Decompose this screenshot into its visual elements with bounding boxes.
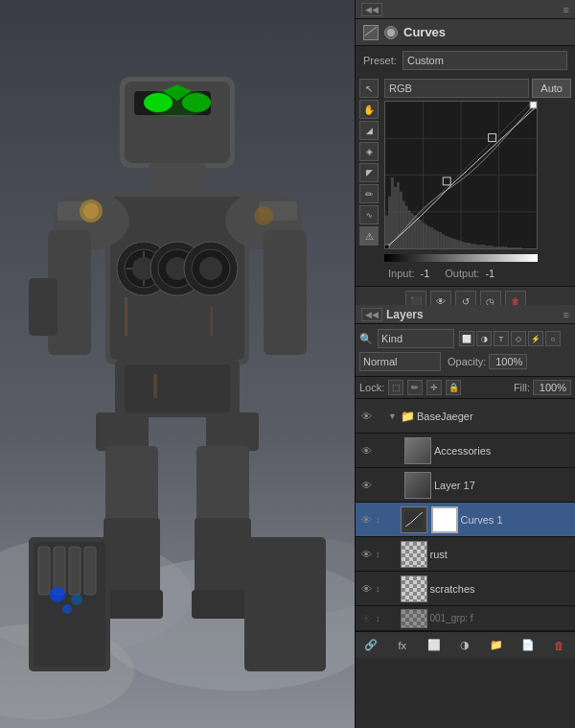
- layer-link-rust-indicator: ↕: [376, 550, 380, 559]
- svg-point-57: [50, 587, 65, 602]
- fill-label: Fill:: [514, 382, 530, 393]
- input-output-row: Input: -1 Output: -1: [384, 265, 571, 282]
- preset-dropdown[interactable]: Custom Default Strong Contrast Linear Co…: [402, 51, 567, 70]
- layers-header: ◀◀ Layers ≡: [356, 305, 575, 324]
- layer-link-scratches-indicator: ↕: [376, 584, 380, 594]
- new-layer-btn[interactable]: 📄: [518, 636, 538, 655]
- layer-item-scratches[interactable]: 👁 ↕ scratches: [356, 572, 575, 606]
- svg-rect-69: [388, 197, 391, 248]
- layer-thumb-scratches: [401, 575, 427, 602]
- group-arrow-basejaeger[interactable]: ▼: [388, 411, 397, 421]
- svg-rect-101: [479, 245, 482, 248]
- add-mask-btn[interactable]: ⬜: [425, 636, 444, 655]
- layer-name-scratches: scratches: [430, 583, 572, 595]
- curve-graph[interactable]: [384, 101, 538, 249]
- properties-panel: ◀◀ ≡ Curves Preset: Custom Default Stron…: [355, 0, 575, 317]
- layer-eye-curves1[interactable]: 👁: [359, 513, 373, 527]
- svg-rect-82: [425, 224, 427, 248]
- collapse-arrows-layers[interactable]: ◀◀: [361, 308, 382, 321]
- svg-point-58: [71, 594, 82, 605]
- channel-dropdown[interactable]: RGB Red Green Blue: [384, 79, 529, 98]
- filter-pixel-btn[interactable]: ⬜: [459, 331, 474, 346]
- new-adjustment-btn[interactable]: ◑: [455, 636, 474, 655]
- svg-rect-96: [465, 243, 468, 248]
- eyedropper-white-tool[interactable]: ◤: [359, 163, 379, 182]
- layer-eye-rust[interactable]: 👁: [359, 548, 373, 561]
- layers-bottom-bar: 🔗 fx ⬜ ◑ 📁 📄 🗑: [356, 631, 575, 658]
- layers-options-icon[interactable]: ≡: [564, 309, 569, 320]
- opacity-value[interactable]: 100%: [489, 354, 527, 369]
- layer-item-partial[interactable]: 👁 ↕ 001_grp: f: [356, 606, 575, 631]
- svg-rect-86: [436, 231, 439, 248]
- svg-rect-92: [453, 239, 456, 248]
- opacity-label: Opacity:: [448, 356, 486, 367]
- layer-name-basejaeger: BaseJaeger: [417, 411, 571, 422]
- layer-item-rust[interactable]: 👁 ↕ rust: [356, 537, 575, 572]
- link-layers-btn[interactable]: 🔗: [361, 636, 380, 655]
- layer-eye-accessories[interactable]: 👁: [359, 444, 373, 458]
- kind-row: 🔍 Kind Name Effect ⬜ ◑ T ◇ ⚡ ○: [359, 328, 571, 349]
- lock-all-btn[interactable]: 🔒: [446, 380, 461, 395]
- svg-rect-36: [104, 518, 160, 595]
- pointer-tool[interactable]: ↖: [359, 79, 379, 98]
- filter-type-btn[interactable]: T: [494, 331, 509, 346]
- filter-toggle-btn[interactable]: ○: [545, 331, 561, 346]
- filter-adjust-btn[interactable]: ◑: [476, 331, 492, 346]
- svg-rect-110: [504, 247, 507, 248]
- layer-thumb-layer17: [404, 472, 431, 499]
- auto-button[interactable]: Auto: [532, 79, 571, 98]
- lock-transparent-btn[interactable]: ⬚: [388, 380, 403, 395]
- layer-effects-btn[interactable]: fx: [393, 636, 412, 655]
- layer-eye-partial[interactable]: 👁: [359, 612, 373, 625]
- layer-thumb-accessories: [404, 437, 431, 464]
- input-label: Input:: [388, 268, 415, 279]
- eyedropper-black-tool[interactable]: ◢: [359, 121, 379, 140]
- layer-mask-curves1: [431, 506, 458, 533]
- layer-item-accessories[interactable]: 👁 Accessories: [356, 434, 575, 468]
- panel-options-icon[interactable]: ≡: [564, 4, 569, 15]
- svg-rect-100: [476, 245, 479, 248]
- layer-item-layer17[interactable]: 👁 Layer 17: [356, 468, 575, 503]
- svg-rect-113: [513, 247, 516, 248]
- lock-position-btn[interactable]: ✛: [426, 380, 442, 395]
- svg-rect-119: [385, 245, 389, 248]
- kind-dropdown[interactable]: Kind Name Effect: [378, 329, 454, 348]
- layer-item-basejaeger[interactable]: 👁 ▼ 📁 BaseJaeger: [356, 399, 575, 434]
- svg-rect-88: [442, 234, 445, 248]
- lock-image-btn[interactable]: ✏: [407, 380, 423, 395]
- svg-rect-70: [391, 177, 394, 248]
- layer-name-partial: 001_grp: f: [430, 613, 572, 623]
- svg-rect-120: [530, 102, 537, 108]
- layer-eye-layer17[interactable]: 👁: [359, 479, 373, 492]
- eyedropper-gray-tool[interactable]: ◈: [359, 142, 379, 161]
- svg-rect-89: [445, 236, 448, 248]
- layer-thumb-rust: [401, 541, 427, 568]
- layer-eye-basejaeger[interactable]: 👁: [359, 410, 373, 423]
- smooth-tool[interactable]: ∿: [359, 205, 379, 224]
- tools-column: ↖ ✋ ◢ ◈ ◤ ✏ ∿ ⚠: [359, 79, 380, 282]
- delete-layer-btn[interactable]: 🗑: [550, 636, 569, 655]
- filter-shape-btn[interactable]: ◇: [511, 331, 526, 346]
- layer-eye-scratches[interactable]: 👁: [359, 582, 373, 596]
- svg-rect-51: [125, 297, 127, 336]
- filter-smart-btn[interactable]: ⚡: [528, 331, 543, 346]
- layers-controls: 🔍 Kind Name Effect ⬜ ◑ T ◇ ⚡ ○ Normal Mu…: [356, 324, 575, 377]
- svg-rect-68: [385, 215, 388, 248]
- output-value: -1: [485, 268, 494, 279]
- layer-item-curves1[interactable]: 👁 ↕ Curves 1: [356, 503, 575, 537]
- pencil-tool[interactable]: ✏: [359, 184, 379, 203]
- fill-value[interactable]: 100%: [533, 380, 571, 395]
- blend-mode-dropdown[interactable]: Normal Multiply Screen Overlay: [359, 352, 441, 371]
- robot-background: [0, 0, 355, 728]
- svg-point-56: [254, 206, 273, 225]
- layers-title: Layers: [386, 308, 424, 321]
- properties-panel-header: ◀◀ ≡: [356, 0, 575, 19]
- panel-mode-icon: [384, 26, 398, 39]
- svg-rect-33: [206, 412, 259, 451]
- collapse-arrows-prop[interactable]: ◀◀: [361, 3, 382, 16]
- layer-thumb-partial: [401, 609, 427, 628]
- curves-adj-thumb: [401, 506, 427, 533]
- new-group-btn[interactable]: 📁: [487, 636, 506, 655]
- layer-name-rust: rust: [430, 549, 572, 560]
- hand-tool[interactable]: ✋: [359, 100, 379, 119]
